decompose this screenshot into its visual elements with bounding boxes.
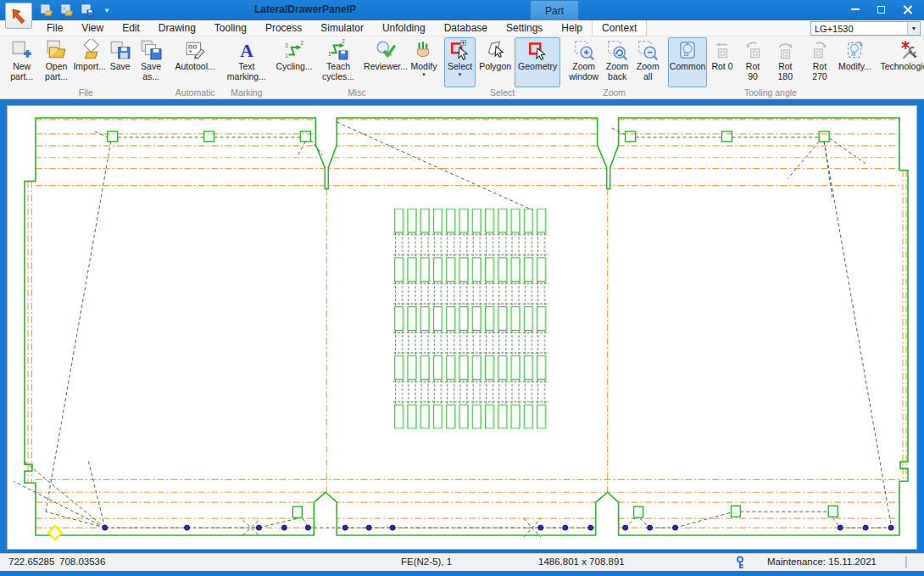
- zoom-window-button[interactable]: Zoom window: [565, 37, 602, 87]
- maximize-button[interactable]: [868, 0, 894, 19]
- rot-90-button[interactable]: Rot 90: [738, 37, 768, 87]
- menu-item-drawing[interactable]: Drawing: [149, 20, 205, 36]
- autotool-button[interactable]: Autotool...: [172, 37, 219, 87]
- import-button[interactable]: Import...: [75, 37, 105, 87]
- window-bottom-frame: [0, 571, 924, 576]
- polygon-button[interactable]: Polygon: [476, 37, 515, 87]
- menu-item-unfolding[interactable]: Unfolding: [373, 20, 435, 36]
- select-icon: [449, 39, 471, 61]
- statusbar-resize-grip: [905, 556, 907, 568]
- technologies-button[interactable]: Technologies...: [878, 37, 924, 87]
- teach-cycles-button[interactable]: 12 Teach cycles...: [314, 37, 363, 87]
- ribbon-group-laser: Technologies... Destruct... Cut scrap...…: [877, 37, 924, 98]
- ribbon-group-file: New part... Open part... Import... Save …: [3, 37, 169, 98]
- tab-part[interactable]: Part: [530, 0, 579, 20]
- menu-item-database[interactable]: Database: [435, 20, 497, 36]
- drawing-canvas[interactable]: [7, 105, 917, 550]
- select-dropdown-icon[interactable]: ▾: [459, 72, 462, 77]
- menu-item-file[interactable]: File: [37, 20, 72, 36]
- louver-pattern: [393, 209, 549, 429]
- zoom-back-icon: [606, 39, 628, 61]
- machine-combobox[interactable]: LG+1530 ▼: [810, 21, 921, 36]
- svg-text:2: 2: [301, 40, 304, 46]
- minimize-icon: [851, 8, 860, 10]
- geometry-button[interactable]: Geometry: [515, 37, 560, 87]
- svg-text:A: A: [240, 41, 253, 61]
- technologies-icon: [899, 39, 921, 61]
- zoom-back-button[interactable]: Zoom back: [602, 37, 632, 87]
- menu-item-process[interactable]: Process: [256, 20, 311, 36]
- ribbon-group-automatic: Autotool... Automatic: [170, 37, 220, 98]
- text-marking-button[interactable]: A Text marking...: [224, 37, 270, 87]
- part-drawing: [8, 106, 916, 549]
- menu-item-context[interactable]: Context: [592, 20, 647, 36]
- group-label-file: File: [5, 87, 167, 98]
- rot-180-button[interactable]: Rot 180: [768, 37, 803, 87]
- minimize-button[interactable]: [842, 0, 868, 19]
- window-title: LateralDrawerPanelP: [212, 3, 398, 15]
- rot-90-icon: [742, 39, 764, 61]
- close-icon: [903, 5, 912, 14]
- rot-270-button[interactable]: Rot 270: [803, 37, 838, 87]
- combobox-dropdown-icon[interactable]: ▼: [907, 22, 920, 35]
- rot-0-button[interactable]: Rot 0: [707, 37, 738, 87]
- new-part-icon: [11, 39, 33, 61]
- common-button[interactable]: Common: [668, 37, 707, 87]
- reviewer-icon: [375, 39, 397, 61]
- group-label-misc: Misc: [275, 87, 439, 98]
- active-tool-info: FE(N2-5), 1: [401, 556, 452, 567]
- menu-item-simulator[interactable]: Simulator: [311, 20, 373, 36]
- quick-open-icon[interactable]: [59, 3, 74, 17]
- rot-0-icon: [711, 39, 733, 61]
- group-label-tooling-angle: Tooling angle: [668, 87, 873, 98]
- quick-save-icon[interactable]: [80, 3, 94, 17]
- svg-text:3: 3: [285, 42, 288, 48]
- cycling-button[interactable]: 132 Cycling...: [275, 37, 314, 87]
- open-part-button[interactable]: Open part...: [38, 37, 74, 87]
- open-part-icon: [46, 39, 68, 61]
- save-as-button[interactable]: Save as...: [136, 37, 167, 87]
- save-as-icon: [140, 39, 162, 61]
- modify-dropdown-icon[interactable]: ▾: [422, 72, 426, 77]
- application-menu-button[interactable]: [5, 3, 32, 29]
- maximize-icon: [877, 6, 885, 14]
- text-marking-icon: A: [236, 39, 258, 61]
- app-window: ▼ LateralDrawerPanelP Part File View Edi…: [0, 0, 924, 576]
- save-icon: [109, 39, 131, 61]
- polygon-icon: [484, 39, 506, 61]
- svg-text:1: 1: [285, 53, 288, 59]
- ribbon-group-tooling-angle: Common Rot 0 Rot 90 Rot 180 Rot 270: [666, 37, 875, 98]
- common-icon: [676, 39, 699, 61]
- save-button[interactable]: Save: [105, 37, 136, 87]
- rot-180-icon: [774, 39, 796, 61]
- import-icon: [79, 39, 101, 61]
- ribbon-group-zoom: Zoom window Zoom back Zoom all Zoom: [564, 37, 665, 98]
- menu-item-help[interactable]: Help: [552, 20, 592, 36]
- group-label-zoom: Zoom: [565, 87, 663, 98]
- modify-tooling-button[interactable]: Modify...: [837, 37, 873, 87]
- reviewer-button[interactable]: Reviewer...: [363, 37, 409, 87]
- autotool-icon: [184, 39, 206, 61]
- cursor-x-coordinate: 722.65285: [8, 556, 54, 567]
- modify-misc-button[interactable]: Modify ▾: [409, 37, 439, 87]
- group-label-laser: Laser: [878, 87, 924, 98]
- group-label-select: Select: [444, 87, 560, 98]
- zoom-all-button[interactable]: Zoom all: [632, 37, 663, 87]
- title-bar: ▼ LateralDrawerPanelP Part: [0, 0, 924, 20]
- quick-access-dropdown-icon[interactable]: ▼: [103, 7, 110, 14]
- rot-270-icon: [809, 39, 831, 61]
- cursor-y-coordinate: 708.03536: [59, 556, 105, 567]
- close-button[interactable]: [894, 0, 921, 19]
- menu-item-view[interactable]: View: [72, 20, 113, 36]
- quick-new-icon[interactable]: [39, 3, 53, 17]
- ribbon: New part... Open part... Import... Save …: [0, 36, 924, 99]
- menu-bar: File View Edit Drawing Tooling Process S…: [0, 20, 924, 36]
- menu-item-edit[interactable]: Edit: [113, 20, 149, 36]
- select-button[interactable]: Select ▾: [444, 37, 476, 87]
- zoom-all-icon: [637, 39, 659, 61]
- modify-tooling-icon: [843, 39, 866, 61]
- menu-item-settings[interactable]: Settings: [497, 20, 552, 36]
- ribbon-group-marking: A Text marking... Marking: [222, 37, 271, 98]
- menu-item-tooling[interactable]: Tooling: [205, 20, 256, 36]
- new-part-button[interactable]: New part...: [5, 37, 38, 87]
